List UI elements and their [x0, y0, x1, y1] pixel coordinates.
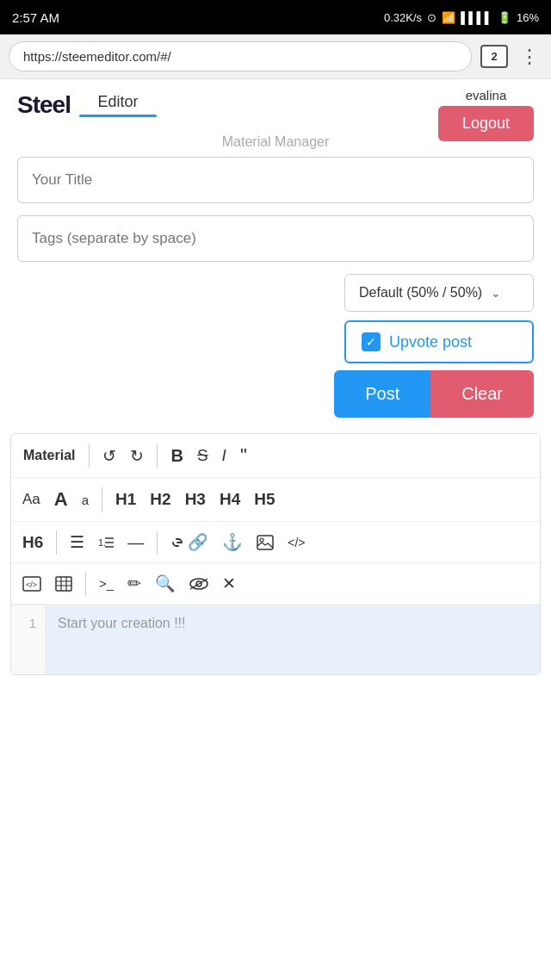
text-size-aa-button[interactable]: Aa — [16, 487, 46, 512]
network-speed: 0.32K/s — [384, 11, 422, 24]
preview-button[interactable] — [183, 574, 214, 593]
toolbar-sep-3 — [102, 487, 102, 512]
h5-button[interactable]: H5 — [248, 487, 281, 512]
svg-rect-4 — [257, 536, 273, 549]
editor-tab[interactable]: Editor — [79, 93, 157, 117]
url-text: https://steemeditor.com/#/ — [23, 49, 171, 64]
upvote-label: Upvote post — [389, 333, 472, 351]
svg-text:</>: </> — [26, 580, 37, 589]
editor-content[interactable]: Start your creation !!! — [46, 605, 540, 674]
tags-input[interactable] — [17, 215, 534, 262]
battery-icon: 🔋 — [498, 11, 511, 24]
ordered-list-button[interactable]: 1. — [92, 531, 120, 554]
username-label: evalina — [466, 88, 507, 102]
code-block-button[interactable]: </> — [16, 573, 47, 595]
tab-underline — [79, 115, 157, 117]
text-small-button[interactable]: a — [76, 489, 95, 511]
upvote-checkbox-container[interactable]: ✓ Upvote post — [344, 320, 534, 363]
unordered-list-button[interactable]: ☰ — [64, 529, 90, 555]
svg-rect-8 — [56, 577, 71, 591]
svg-point-5 — [260, 538, 263, 542]
toolbar-sep-5 — [157, 530, 158, 555]
signal-icon: ▌▌▌▌ — [461, 11, 492, 24]
user-section: evalina Logout — [438, 88, 534, 141]
url-input[interactable]: https://steemeditor.com/#/ — [9, 41, 472, 71]
text-large-button[interactable]: A — [48, 485, 74, 514]
search-button[interactable]: 🔍 — [149, 570, 182, 597]
toolbar-row-1: Material ↺ ↻ B S I " — [11, 434, 540, 478]
anchor-button[interactable]: ⚓ — [216, 529, 249, 555]
reward-row: Default (50% / 50%) ⌄ — [17, 274, 534, 312]
title-input[interactable] — [17, 157, 534, 203]
editor-tab-label: Editor — [97, 93, 138, 115]
battery-percent: 16% — [517, 11, 539, 24]
toolbar-row-2: Aa A a H1 H2 H3 H4 H5 — [11, 478, 540, 522]
svg-text:1.: 1. — [98, 537, 106, 548]
reward-dropdown[interactable]: Default (50% / 50%) ⌄ — [344, 274, 534, 312]
horizontal-rule-button[interactable]: — — [121, 530, 150, 555]
status-bar: 2:57 AM 0.32K/s ⊙ 📶 ▌▌▌▌ 🔋 16% — [0, 0, 551, 34]
italic-button[interactable]: I — [216, 443, 232, 468]
h3-button[interactable]: H3 — [179, 487, 212, 512]
status-time: 2:57 AM — [12, 10, 59, 25]
logout-button[interactable]: Logout — [438, 106, 534, 141]
bold-button[interactable]: B — [164, 443, 189, 469]
action-buttons-row: Post Clear — [17, 370, 534, 418]
clear-button[interactable]: Clear — [430, 370, 534, 418]
tab-count-button[interactable]: 2 — [480, 45, 508, 68]
table-button[interactable] — [49, 573, 78, 595]
terminal-button[interactable]: >_ — [93, 573, 120, 594]
h1-button[interactable]: H1 — [109, 487, 142, 512]
upvote-row: ✓ Upvote post — [17, 320, 534, 363]
redo-button[interactable]: ↻ — [124, 443, 150, 469]
image-button[interactable] — [251, 531, 280, 554]
link-button[interactable]: 🔗 — [164, 529, 214, 555]
toolbar-sep-4 — [56, 530, 57, 555]
expand-button[interactable]: ✕ — [216, 570, 242, 597]
h6-button[interactable]: H6 — [16, 530, 49, 555]
editor-area: 1 Start your creation !!! — [11, 605, 540, 674]
browser-menu-button[interactable]: ⋮ — [517, 46, 542, 68]
upvote-checkbox-icon: ✓ — [362, 332, 381, 351]
undo-button[interactable]: ↺ — [96, 443, 122, 469]
app-header: Steel Editor evalina Logout — [0, 79, 551, 119]
dropdown-arrow-icon: ⌄ — [491, 286, 501, 300]
tags-field-container — [17, 215, 534, 262]
quote-button[interactable]: " — [234, 441, 253, 470]
pen-button[interactable]: ✏ — [121, 570, 147, 597]
reward-option-label: Default (50% / 50%) — [359, 285, 482, 301]
line-number-1: 1 — [20, 616, 36, 630]
editor-toolbar: Material ↺ ↻ B S I " Aa A a H1 H2 H3 H4 … — [10, 433, 541, 675]
post-button[interactable]: Post — [334, 370, 430, 418]
toolbar-sep-2 — [157, 443, 158, 468]
toolbar-sep-1 — [89, 443, 90, 468]
line-numbers: 1 — [11, 605, 46, 674]
title-field-container — [17, 157, 534, 203]
wifi-icon: 📶 — [442, 11, 455, 24]
toolbar-sep-6 — [85, 572, 86, 596]
toolbar-material-label: Material — [16, 444, 82, 467]
h2-button[interactable]: H2 — [144, 487, 176, 512]
strikethrough-button[interactable]: S — [191, 443, 214, 468]
code-inline-button[interactable]: </> — [282, 532, 311, 553]
toolbar-row-3: H6 ☰ 1. — 🔗 ⚓ </> — [11, 522, 540, 563]
toolbar-row-4: </> >_ ✏ 🔍 ✕ — [11, 563, 540, 605]
h4-button[interactable]: H4 — [214, 487, 246, 512]
status-right: 0.32K/s ⊙ 📶 ▌▌▌▌ 🔋 16% — [384, 11, 539, 24]
brand-name: Steel — [17, 91, 71, 119]
url-bar: https://steemeditor.com/#/ 2 ⋮ — [0, 34, 551, 79]
clock-icon: ⊙ — [427, 11, 436, 24]
editor-placeholder: Start your creation !!! — [58, 616, 186, 630]
